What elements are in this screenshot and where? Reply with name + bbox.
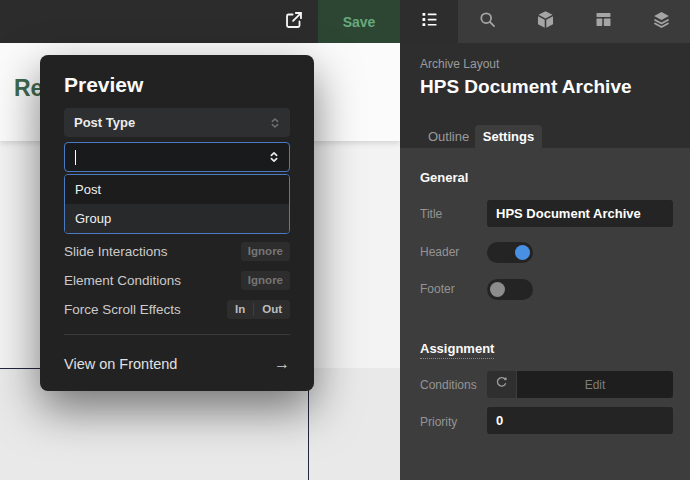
canvas-page-heading: Re <box>14 75 43 102</box>
chevron-up-down-icon <box>267 150 281 164</box>
panel-icon-toolbar <box>400 0 690 43</box>
open-external-icon <box>283 9 305 35</box>
option-post[interactable]: Post <box>65 175 289 204</box>
priority-field-input[interactable] <box>487 407 673 434</box>
element-conditions-ignore-button[interactable]: Ignore <box>241 271 290 290</box>
conditions-control: Edit <box>487 371 673 398</box>
preview-modal: Preview Post Type Post Group Slide In <box>40 55 314 391</box>
elements-cube-tab[interactable] <box>516 0 574 43</box>
cube-icon <box>535 9 556 34</box>
force-scroll-effects-label: Force Scroll Effects <box>64 302 181 317</box>
slide-interactions-label: Slide Interactions <box>64 244 168 259</box>
layers-icon <box>651 9 672 34</box>
layout-icon <box>593 9 614 34</box>
preview-modal-title: Preview <box>64 73 143 97</box>
conditions-refresh-button[interactable] <box>487 371 516 398</box>
element-conditions-row: Element Conditions Ignore <box>64 270 290 290</box>
builder-app: Re Save Preview Post Type <box>0 0 690 480</box>
post-type-select-label: Post Type <box>74 115 268 130</box>
refresh-icon <box>494 375 509 394</box>
toggle-knob <box>515 245 530 260</box>
priority-field-label: Priority <box>420 415 457 429</box>
title-field-label: Title <box>420 207 442 221</box>
breadcrumb: Archive Layout <box>420 57 499 71</box>
element-conditions-label: Element Conditions <box>64 273 181 288</box>
general-section-heading: General <box>420 170 468 185</box>
footer-toggle[interactable] <box>487 279 533 300</box>
slide-interactions-ignore-button[interactable]: Ignore <box>241 242 290 261</box>
force-scroll-segmented-control: In Out <box>227 300 290 319</box>
panel-tabs: Outline Settings <box>400 125 690 148</box>
conditions-field-label: Conditions <box>420 378 477 392</box>
view-on-frontend-label: View on Frontend <box>64 356 177 372</box>
post-type-search-input[interactable] <box>64 142 290 172</box>
chevron-up-down-icon <box>268 116 282 130</box>
arrow-right-icon: → <box>274 355 290 373</box>
settings-tab-content: General Title Header Footer Assignment C… <box>400 148 690 480</box>
footer-toggle-label: Footer <box>420 282 455 296</box>
conditions-edit-button[interactable]: Edit <box>517 371 673 398</box>
modal-divider <box>64 334 290 335</box>
force-scroll-effects-row: Force Scroll Effects In Out <box>64 299 290 319</box>
text-caret <box>75 150 76 165</box>
view-on-frontend-link[interactable]: View on Frontend → <box>64 353 290 375</box>
force-scroll-out-button[interactable]: Out <box>254 300 290 319</box>
layers-tab[interactable] <box>632 0 690 43</box>
title-field-input[interactable] <box>487 200 673 227</box>
search-tab[interactable] <box>458 0 516 43</box>
settings-panel: Archive Layout HPS Document Archive Outl… <box>400 0 690 480</box>
builder-topbar: Save <box>0 0 400 43</box>
header-toggle-label: Header <box>420 245 459 259</box>
page-title: HPS Document Archive <box>420 76 632 98</box>
assignment-section-heading: Assignment <box>420 341 494 356</box>
option-group[interactable]: Group <box>65 204 289 233</box>
post-type-select[interactable]: Post Type <box>64 108 290 137</box>
force-scroll-in-button[interactable]: In <box>227 300 253 319</box>
tab-outline[interactable]: Outline <box>428 125 469 148</box>
save-button[interactable]: Save <box>318 0 400 43</box>
toggle-knob <box>490 282 505 297</box>
templates-layout-tab[interactable] <box>574 0 632 43</box>
open-external-button[interactable] <box>280 8 308 36</box>
outline-list-tab[interactable] <box>400 0 458 43</box>
outline-list-icon <box>419 9 440 34</box>
header-toggle[interactable] <box>487 242 533 263</box>
tab-settings[interactable]: Settings <box>475 125 542 148</box>
post-type-option-list: Post Group <box>64 174 290 234</box>
slide-interactions-row: Slide Interactions Ignore <box>64 241 290 261</box>
search-icon <box>477 9 498 34</box>
